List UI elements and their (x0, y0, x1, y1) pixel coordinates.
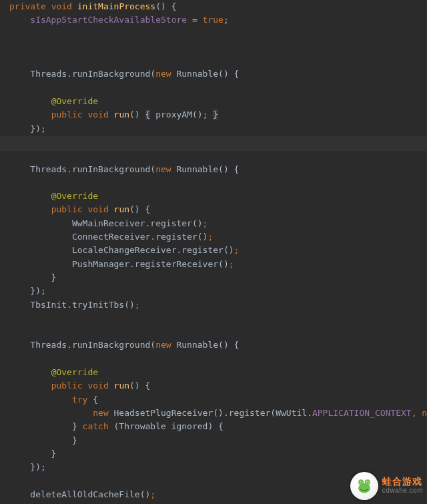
code-line[interactable]: } catch (Throwable ignored) { (9, 420, 427, 433)
code-token: () (197, 232, 208, 242)
code-line[interactable]: @Override (9, 366, 427, 379)
code-token: ; (135, 300, 140, 310)
code-line[interactable]: Threads.runInBackground(new Runnable() { (9, 163, 427, 176)
code-line[interactable]: public void run() { (9, 203, 427, 216)
code-token: ConnectReceiver. (9, 232, 155, 242)
code-line[interactable]: }); (9, 122, 427, 136)
code-token: runInBackground (72, 69, 150, 79)
code-line[interactable]: } (9, 447, 427, 461)
code-token: () { (155, 1, 176, 11)
code-line[interactable] (9, 81, 427, 95)
code-token: null (422, 408, 427, 418)
code-token: PushManager. (9, 259, 135, 269)
code-token: @Override (51, 96, 98, 106)
code-token: Threads. (9, 69, 72, 79)
code-token: void (51, 1, 77, 11)
code-token: ; (203, 218, 208, 228)
code-token: ; (150, 489, 155, 499)
code-token: Threads. (9, 340, 72, 350)
code-line[interactable] (9, 325, 427, 338)
code-line[interactable] (9, 54, 427, 67)
code-line[interactable]: try { (9, 393, 427, 407)
code-token: ; (207, 232, 213, 242)
code-token: ; (234, 245, 240, 255)
code-token: private (9, 1, 51, 11)
code-token: Runnable() { (176, 69, 239, 79)
code-line[interactable]: sIsAppStartCheckAvailableStore = true; (9, 13, 427, 27)
code-token: registerReceiver (135, 259, 218, 269)
code-line[interactable]: Threads.runInBackground(new Runnable() { (9, 338, 427, 352)
code-token: { (93, 395, 98, 405)
code-token: Runnable() { (176, 164, 239, 174)
code-token: Threads. (9, 164, 72, 174)
watermark-frog-icon (350, 472, 378, 500)
code-token: } (9, 421, 83, 431)
code-token (9, 367, 51, 377)
code-token: () (124, 300, 135, 310)
code-line[interactable]: public void run() { proxyAM(); } (9, 108, 427, 121)
code-token: LocaleChangeReceiver. (9, 245, 181, 255)
code-token (9, 15, 30, 25)
code-line[interactable]: } (9, 271, 427, 284)
code-line[interactable]: WwMainReceiver.register(); (9, 217, 427, 230)
watermark-url: cdwahe.com (382, 486, 423, 495)
code-line[interactable]: }); (9, 284, 427, 298)
svg-point-5 (367, 482, 368, 483)
code-token: new (155, 69, 176, 79)
code-token: ; (229, 259, 234, 269)
code-line[interactable] (9, 352, 427, 366)
code-line[interactable]: private void initMainProcess() { (9, 0, 427, 13)
code-line[interactable]: @Override (9, 95, 427, 108)
code-token: }); (9, 462, 46, 472)
code-token: run (114, 109, 129, 119)
code-token (9, 395, 72, 405)
code-line[interactable] (9, 149, 427, 162)
code-line[interactable]: } (9, 434, 427, 447)
code-token: public (51, 109, 88, 119)
code-line[interactable]: Threads.runInBackground(new Runnable() { (9, 67, 427, 81)
code-token (9, 381, 51, 391)
code-line[interactable] (9, 27, 427, 41)
code-token: WwMainReceiver. (9, 218, 150, 228)
code-line[interactable]: ConnectReceiver.register(); (9, 230, 427, 244)
code-token: = (187, 15, 202, 25)
code-line[interactable] (9, 312, 427, 325)
code-token: TbsInit. (9, 300, 72, 310)
code-token: catch (83, 421, 114, 431)
code-token: try (72, 395, 93, 405)
code-line[interactable] (9, 41, 427, 54)
code-token: () { (129, 204, 150, 214)
code-token: () (192, 218, 203, 228)
code-token: } (9, 435, 77, 445)
code-line[interactable]: public void run() { (9, 379, 427, 393)
code-token: deleteAllOldCacheFile() (9, 489, 150, 499)
svg-point-6 (358, 483, 370, 493)
code-token (9, 191, 51, 201)
code-token: run (114, 381, 129, 391)
code-line[interactable] (9, 176, 427, 190)
code-line[interactable]: LocaleChangeReceiver.register(); (9, 244, 427, 257)
code-line[interactable]: new HeadsetPlugReceiver().register(WwUti… (9, 407, 427, 420)
code-token: ( (150, 164, 155, 174)
code-token: void (87, 204, 113, 214)
code-line[interactable] (9, 136, 427, 149)
code-token: ( (150, 69, 155, 79)
code-token: run (114, 204, 129, 214)
code-token: () (218, 259, 229, 269)
code-token: (Throwable ignored) { (114, 421, 224, 431)
code-token: new (93, 408, 113, 418)
code-editor-content[interactable]: private void initMainProcess() { sIsAppS… (0, 0, 427, 501)
code-token: }); (9, 123, 46, 134)
code-line[interactable]: TbsInit.tryInitTbs(); (9, 298, 427, 312)
code-token: tryInitTbs (72, 300, 124, 310)
code-token: () (224, 245, 234, 255)
code-token: void (87, 109, 113, 119)
code-token (9, 408, 93, 418)
code-line[interactable]: @Override (9, 190, 427, 203)
code-token: APPLICATION_CONTEXT (312, 408, 412, 418)
code-token: () (129, 109, 145, 119)
code-token (9, 96, 51, 106)
code-token: ; (224, 15, 229, 25)
code-line[interactable]: PushManager.registerReceiver(); (9, 258, 427, 271)
code-token: } (9, 449, 56, 459)
